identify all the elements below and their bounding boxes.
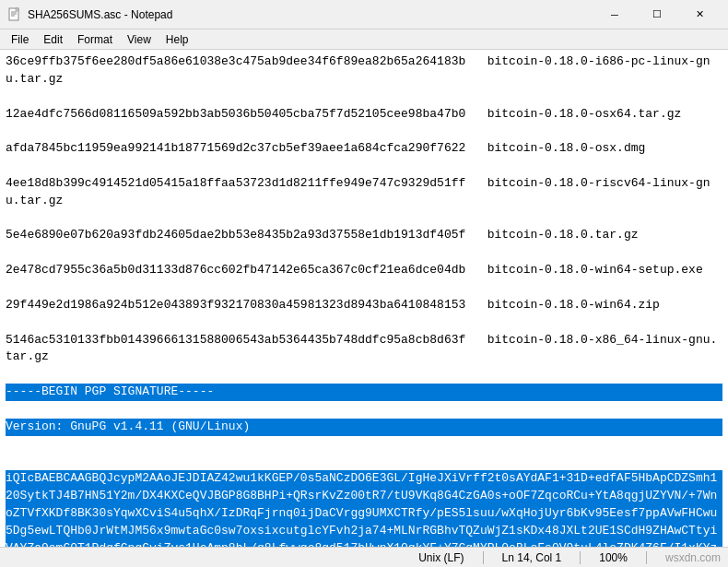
close-button[interactable]: ✕ xyxy=(678,0,721,30)
maximize-button[interactable]: ☐ xyxy=(636,0,678,30)
editor-line: afda7845bc11959ea992141b18771569d2c37cb5… xyxy=(6,140,722,158)
status-divider-2 xyxy=(580,551,581,564)
editor-line: -----BEGIN PGP SIGNATURE----- xyxy=(6,384,722,401)
window-title: SHA256SUMS.asc - Notepad xyxy=(28,8,593,21)
editor-line: 5e4e6890e07b620a93fdb24605dae2bb53e8435b… xyxy=(6,227,722,244)
zoom-status: 100% xyxy=(599,551,628,564)
status-bar: Unix (LF) Ln 14, Col 1 100% wsxdn.com xyxy=(0,547,728,567)
menu-format[interactable]: Format xyxy=(70,31,120,48)
editor-line: 5146ac5310133fbb01439666131588006543ab53… xyxy=(6,332,722,367)
watermark: wsxdn.com xyxy=(665,551,721,564)
editor-line: Version: GnuPG v1.4.11 (GNU/Linux) xyxy=(6,419,722,436)
minimize-button[interactable]: ─ xyxy=(593,0,636,30)
editor-line: 4ee18d8b399c4914521d05415a18ffaa53723d1d… xyxy=(6,175,722,210)
status-divider-1 xyxy=(483,551,484,564)
editor-line: 2e478cd7955c36a5b0d31133d876cc602fb47142… xyxy=(6,262,722,279)
window-controls: ─ ☐ ✕ xyxy=(593,0,721,30)
editor-line: 36ce9ffb375f6ee280df5a86e61038e3c475ab9d… xyxy=(6,53,722,89)
editor-content[interactable]: 36ce9ffb375f6ee280df5a86e61038e3c475ab9d… xyxy=(0,50,728,547)
status-divider-3 xyxy=(646,551,647,564)
svg-rect-1 xyxy=(16,8,18,11)
menu-help[interactable]: Help xyxy=(159,31,196,48)
title-bar: SHA256SUMS.asc - Notepad ─ ☐ ✕ xyxy=(0,0,728,30)
editor-wrapper: 36ce9ffb375f6ee280df5a86e61038e3c475ab9d… xyxy=(0,50,728,547)
menu-view[interactable]: View xyxy=(120,31,159,48)
editor-line: 29f449e2d1986a924b512e043893f932170830a4… xyxy=(6,297,722,314)
editor-line: 12ae4dfc7566d08116509a592bb3ab5036b50405… xyxy=(6,106,722,124)
position-status: Ln 14, Col 1 xyxy=(502,551,562,564)
app-icon xyxy=(7,7,22,22)
encoding-status: Unix (LF) xyxy=(418,551,464,564)
menu-bar: File Edit Format View Help xyxy=(0,30,728,50)
menu-file[interactable]: File xyxy=(4,31,36,48)
menu-edit[interactable]: Edit xyxy=(36,31,70,48)
editor-line: iQIcBAEBCAAGBQJcypM2AAoJEJDIAZ42wu1kKGEP… xyxy=(6,470,722,547)
